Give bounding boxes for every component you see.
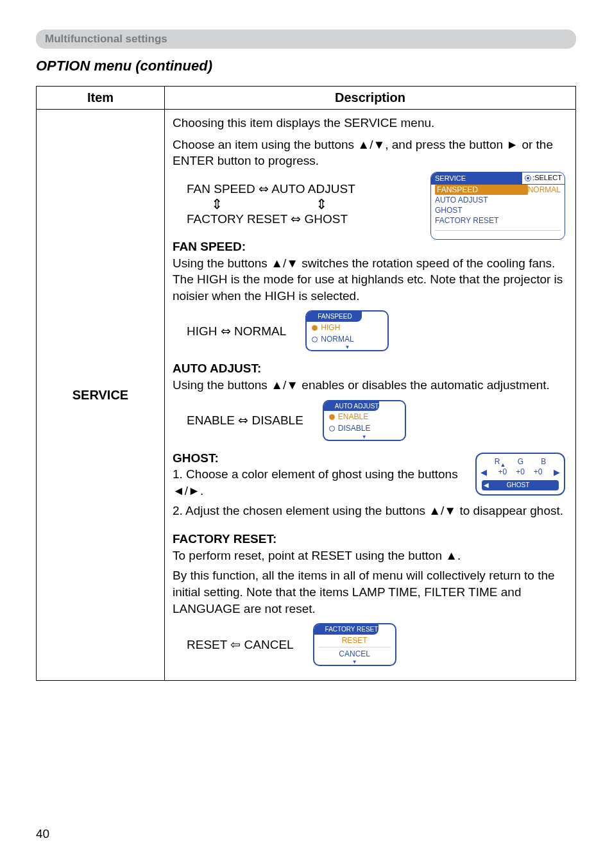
section-heading-bar: Multifunctional settings — [36, 29, 576, 49]
ghost-val-g: +0 — [516, 467, 525, 477]
factory-line1: To perform reset, point at RESET using t… — [173, 549, 461, 562]
auto-pill-disable: DISABLE — [338, 423, 371, 433]
factory-toggle-arrow: ⇦ — [230, 638, 241, 651]
ghost-osd-panel: R G B ◀ ▲+0 +0 +0 ▶ — [475, 453, 565, 496]
osd-row-fanspeed: FANSPEED — [435, 185, 528, 195]
triangle-up-icon: ▲ — [328, 403, 333, 408]
ghost-foot: GHOST — [507, 481, 541, 490]
fan-toggle-arrow: ⇔ — [221, 324, 231, 338]
triangle-up-icon: ▲ — [318, 627, 323, 632]
th-description: Description — [165, 87, 576, 110]
triangle-down-icon: ▼ — [307, 345, 387, 350]
factory-heading: FACTORY RESET: — [173, 532, 276, 546]
auto-body: Using the buttons ▲/▼ enables or disable… — [173, 378, 550, 392]
nav-arrow-h2: ⇔ — [291, 212, 301, 226]
ghost-heading: GHOST: — [173, 451, 219, 465]
fan-body: Using the buttons ▲/▼ switches the rotat… — [173, 256, 563, 303]
fan-toggle-high: HIGH — [187, 324, 217, 338]
service-description-cell: Choosing this item displays the SERVICE … — [165, 110, 576, 681]
osd-row-ghost: GHOST — [435, 205, 561, 215]
nav-ghost: GHOST — [305, 212, 348, 226]
osd-row-factoryreset: FACTORY RESET — [435, 215, 561, 226]
factory-pill-hdr: FACTORY RESET — [325, 625, 378, 634]
nav-arrow-h1: ⇔ — [259, 182, 269, 196]
factoryreset-osd-pill: ▲FACTORY RESET RESET CANCEL ▼ — [313, 623, 396, 666]
fan-toggle-normal: NORMAL — [234, 324, 286, 338]
factory-line2: By this function, all the items in all o… — [173, 567, 568, 617]
factory-pill-cancel: CANCEL — [339, 649, 370, 659]
item-service-label: SERVICE — [37, 110, 165, 681]
factory-toggle-cancel: CANCEL — [244, 638, 294, 651]
factory-toggle-reset: RESET — [187, 638, 227, 651]
fan-pill-normal: NORMAL — [321, 334, 353, 344]
auto-toggle-enable: ENABLE — [187, 413, 235, 427]
osd-row-autoadjust: AUTO ADJUST — [435, 195, 561, 205]
triangle-down-icon: ▼ — [314, 660, 395, 665]
nav-factoryreset: FACTORY RESET — [187, 212, 287, 226]
auto-toggle-disable: DISABLE — [252, 413, 303, 427]
osd-row-fanspeed-val: NORMAL — [528, 185, 561, 195]
auto-heading: AUTO ADJUST: — [173, 362, 261, 375]
ghost-step2: 2. Adjust the chosen element using the b… — [173, 503, 568, 519]
page-number: 40 — [36, 827, 49, 841]
ghost-val-b: +0 — [534, 467, 543, 477]
fan-pill-hdr: FANSPEED — [318, 312, 352, 321]
radio-filled-icon — [329, 414, 335, 420]
radio-empty-icon — [312, 337, 318, 342]
service-osd-panel: SERVICE :SELECT FANSPEEDNORMAL AUTO ADJU… — [430, 172, 565, 240]
menu-title: OPTION menu (continued) — [36, 58, 576, 74]
select-circle-icon — [525, 175, 531, 181]
ghost-g: G — [518, 456, 523, 467]
ghost-b: B — [541, 456, 546, 467]
auto-pill-enable: ENABLE — [338, 412, 368, 422]
auto-toggle-arrow: ⇔ — [238, 413, 248, 427]
intro-line2: Choose an item using the buttons ▲/▼, an… — [173, 137, 568, 169]
radio-filled-icon — [312, 325, 318, 331]
triangle-down-icon: ▼ — [324, 435, 405, 440]
triangle-left-icon: ◀ — [484, 481, 489, 490]
factory-pill-reset: RESET — [342, 635, 368, 646]
ghost-r: R — [495, 456, 500, 467]
ghost-val-r: ▲+0 — [498, 467, 507, 477]
fanspeed-osd-pill: ▲FANSPEED HIGH NORMAL ▼ — [305, 310, 389, 351]
autoadjust-osd-pill: ▲AUTO ADJUST ENABLE DISABLE ▼ — [323, 400, 406, 441]
ghost-step1: 1. Choose a color element of ghost using… — [173, 467, 458, 497]
triangle-up-icon: ▲ — [500, 461, 506, 469]
intro-line1: Choosing this item displays the SERVICE … — [173, 115, 568, 131]
triangle-up-icon: ▲ — [310, 314, 316, 319]
th-item: Item — [37, 87, 165, 110]
triangle-right-icon: ▶ — [554, 467, 560, 478]
service-osd-title: SERVICE — [431, 172, 522, 185]
nav-autoadjust: AUTO ADJUST — [271, 182, 355, 196]
service-osd-select: :SELECT — [532, 173, 562, 183]
options-table: Item Description SERVICE Choosing this i… — [36, 86, 576, 681]
nav-fanspeed: FAN SPEED — [187, 182, 255, 196]
auto-pill-hdr: AUTO ADJUST — [335, 402, 379, 411]
triangle-left-icon: ◀ — [480, 467, 487, 478]
fan-heading: FAN SPEED: — [173, 240, 246, 253]
radio-empty-icon — [329, 426, 335, 431]
fan-pill-high: HIGH — [321, 322, 340, 333]
